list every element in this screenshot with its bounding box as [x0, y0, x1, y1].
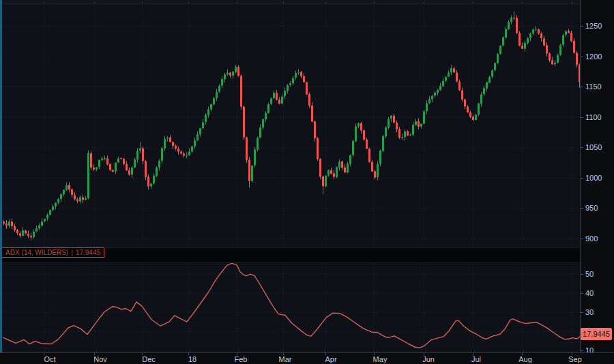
- candle: [401, 134, 403, 140]
- candle: [518, 31, 521, 46]
- adx-axis-tick: [581, 350, 583, 351]
- price-axis-label: 1150: [585, 82, 602, 91]
- candle: [68, 182, 70, 192]
- candle: [278, 97, 280, 104]
- price-axis-tick: [581, 87, 583, 87]
- candle: [177, 147, 179, 155]
- candle: [96, 167, 98, 171]
- candle: [55, 202, 57, 209]
- candle: [502, 36, 504, 46]
- candle: [524, 41, 526, 52]
- candle: [57, 198, 59, 204]
- price-axis-tick: [581, 239, 583, 239]
- candle: [79, 196, 81, 204]
- candle: [106, 155, 108, 166]
- candle: [565, 30, 567, 37]
- candle: [437, 89, 439, 96]
- adx-axis-label: 30: [585, 308, 594, 316]
- candle: [226, 70, 229, 76]
- candle: [573, 38, 575, 54]
- candle: [420, 123, 422, 129]
- candle: [368, 148, 370, 163]
- adx-axis-tick: [581, 274, 583, 275]
- candle: [478, 103, 480, 117]
- price-axis-tick: [581, 178, 583, 179]
- candle: [453, 67, 455, 73]
- adx-axis-tick: [581, 312, 583, 313]
- candle: [128, 168, 130, 176]
- candle: [270, 97, 272, 106]
- candle: [22, 227, 24, 237]
- top-strip-tick: [283, 1, 284, 3]
- time-axis-tick: [237, 353, 237, 355]
- adx-value-badge: 17.9445: [581, 328, 612, 340]
- candle: [175, 145, 177, 151]
- chart-canvas[interactable]: [0, 0, 614, 364]
- top-strip-tick: [473, 1, 473, 3]
- candle: [41, 219, 43, 227]
- price-axis-label: 900: [585, 234, 598, 243]
- price-axis-label: 1250: [585, 22, 602, 30]
- candle: [347, 162, 349, 174]
- time-axis-tick: [374, 353, 375, 355]
- candle: [164, 136, 166, 151]
- top-strip-tick: [142, 1, 143, 3]
- candle: [186, 152, 188, 158]
- candle: [150, 183, 152, 189]
- candle: [210, 104, 212, 111]
- candle: [398, 127, 400, 138]
- candle: [65, 183, 68, 192]
- top-strip-tick: [237, 1, 237, 3]
- candle: [221, 76, 223, 88]
- time-axis-tick: [325, 353, 326, 355]
- candle: [257, 136, 259, 151]
- candle: [513, 12, 515, 20]
- adx-axis-label: 40: [585, 289, 594, 297]
- price-axis-tick: [581, 117, 583, 118]
- time-axis-tick: [44, 353, 44, 355]
- candle: [104, 156, 106, 160]
- candle: [235, 65, 237, 74]
- candle: [90, 151, 92, 170]
- candle: [366, 138, 368, 149]
- candle: [74, 192, 76, 200]
- candle: [508, 20, 510, 30]
- candle: [423, 110, 425, 125]
- candle: [494, 63, 496, 72]
- top-strip-tick: [325, 1, 326, 3]
- candle: [202, 119, 204, 130]
- candle: [166, 136, 169, 142]
- price-axis[interactable]: 1250120011501100105010009509005040302010: [580, 0, 614, 353]
- top-strip-tick: [44, 1, 44, 3]
- candle: [196, 131, 199, 141]
- candle: [475, 114, 477, 121]
- candle: [281, 94, 283, 104]
- candle: [300, 71, 302, 78]
- candle: [549, 52, 551, 61]
- candle: [306, 81, 308, 95]
- candle: [330, 168, 332, 175]
- candle: [156, 166, 158, 177]
- candle: [183, 151, 185, 157]
- price-axis-label: 1200: [585, 52, 602, 61]
- time-axis[interactable]: OctNovDec18FebMarAprMayJunJulAugSep: [0, 352, 614, 364]
- candle: [254, 147, 256, 168]
- candle: [461, 88, 463, 102]
- candle: [76, 198, 78, 203]
- candle: [557, 54, 559, 64]
- adx-indicator-label[interactable]: ADX (14, WILDERS) | 17.9445: [1, 247, 104, 258]
- candle: [35, 226, 38, 232]
- candle: [363, 130, 365, 141]
- candle: [232, 71, 234, 79]
- candle: [276, 90, 278, 100]
- price-axis-tick: [581, 147, 583, 148]
- candle: [131, 166, 133, 178]
- price-axis-label: 950: [585, 204, 598, 212]
- candle: [126, 162, 128, 171]
- candle: [134, 157, 136, 168]
- candle: [412, 121, 414, 136]
- candle: [486, 81, 488, 91]
- candle: [469, 111, 471, 118]
- candle: [505, 27, 507, 39]
- candle: [428, 96, 430, 104]
